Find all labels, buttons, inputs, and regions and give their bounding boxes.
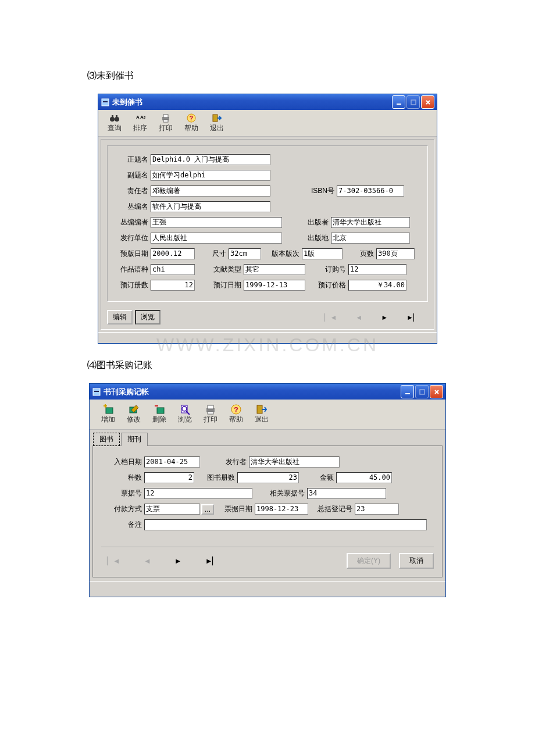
toolbar-sort[interactable]: AAa 排序 [127,112,153,134]
minimize-button[interactable] [401,385,414,398]
field-yudingriqi[interactable]: 1999-12-13 [244,280,305,291]
svg-rect-17 [213,115,217,122]
field-yudingces[interactable]: 12 [151,280,195,291]
toolbar-help[interactable]: ? 帮助 [179,112,204,134]
field-zongkuodj[interactable]: 23 [355,504,399,515]
window-caigou: 书刊采购记帐 增加 修改 删除 [89,383,446,597]
field-piaojurq[interactable]: 1998-12-23 [255,504,308,515]
close-button[interactable] [421,95,434,109]
toolbar-exit[interactable]: 退出 [249,403,274,426]
field-congbianbianzhe[interactable]: 王强 [151,217,282,228]
field-yudingjiage[interactable]: ￥34.00 [348,280,406,291]
field-dinggouhao[interactable]: 12 [348,264,406,275]
tab-tushu[interactable]: 图书 [93,433,120,446]
label-fukuanfs: 付款方式 [101,504,144,514]
field-chicun[interactable]: 32cm [229,248,261,259]
label-faxingdw: 发行单位 [116,233,151,243]
toolbar: 查询 AAa 排序 打印 ? 帮助 退出 [98,110,437,137]
label-yudingjiage: 预订价格 [305,280,348,290]
label-piaojuhao: 票据号 [101,488,144,498]
maximize-button [406,95,420,109]
nav-prev-icon: ◄ [138,555,157,566]
caption-3: ⑶未到催书 [87,70,535,82]
field-zuopinyuzhong[interactable]: chi [151,264,195,275]
label-chubanze: 出版者 [282,217,331,227]
toolbar-browse[interactable]: 浏览 [172,403,198,426]
statusbar [98,332,437,343]
field-chubanze[interactable]: 清华大学出版社 [331,217,410,228]
field-zhongshu[interactable]: 2 [144,472,194,483]
toolbar-print[interactable]: 打印 [198,403,223,426]
svg-rect-9 [116,115,117,118]
edit-button[interactable]: 编辑 [107,310,133,324]
field-rudang[interactable]: 2001-04-25 [144,457,200,468]
label-zhongshu: 种数 [101,473,144,483]
nav-last-icon[interactable]: ►▏ [397,313,428,322]
ok-button[interactable]: 确定(Y) [347,553,391,569]
field-yeshu[interactable]: 390页 [376,248,415,259]
label-zerenzhe: 责任者 [116,186,151,196]
toolbar-add-label: 增加 [101,415,115,425]
field-chubandi[interactable]: 北京 [331,233,410,244]
label-congbianming: 丛编名 [116,202,151,212]
field-isbn[interactable]: 7-302-03566-0 [337,186,404,197]
titlebar[interactable]: 书刊采购记帐 [90,384,445,400]
close-button[interactable] [430,385,443,398]
svg-rect-21 [420,390,425,394]
field-faxingzhe[interactable]: 清华大学出版社 [249,457,340,468]
titlebar[interactable]: 未到催书 [98,94,437,110]
cancel-button[interactable]: 取消 [399,553,434,569]
svg-rect-37 [257,405,262,413]
field-xiangguanpjh[interactable]: 34 [307,488,386,499]
field-tushuceshu[interactable]: 23 [237,472,299,483]
field-yubandate[interactable]: 2000.12 [151,248,195,259]
toolbar-delete[interactable]: 删除 [147,403,172,426]
label-faxingzhe: 发行者 [200,457,249,467]
nav-first-icon: ▏◄ [101,555,126,566]
printer-icon [159,113,173,123]
window-title: 未到催书 [112,97,391,108]
svg-rect-19 [94,391,99,392]
toolbar-browse-label: 浏览 [178,415,192,425]
toolbar-edit[interactable]: 修改 [121,403,147,426]
field-fukuanfs[interactable]: 支票 [144,504,200,515]
minimize-button[interactable] [392,95,405,109]
form-panel: 正题名 Delphi4.0 入门与提高 副题名 如何学习delphi 责任者 邓… [107,145,428,302]
nav-first-icon: ▏◄ [315,313,346,322]
field-zhenming[interactable]: Delphi4.0 入门与提高 [151,154,270,165]
toolbar-exit[interactable]: 退出 [204,112,230,134]
toolbar-help[interactable]: ? 帮助 [223,403,249,426]
toolbar-help-label: 帮助 [229,415,243,425]
field-beizhu[interactable] [144,519,427,530]
browse-button[interactable]: 浏览 [135,310,160,324]
toolbar: 增加 修改 删除 浏览 打印 ? [90,400,445,430]
field-faxingdw[interactable]: 人民出版社 [151,233,282,244]
field-congbianming[interactable]: 软件入门与提高 [151,201,270,212]
more-button[interactable]: ... [201,504,214,515]
label-tushuceshu: 图书册数 [194,473,237,483]
form-panel: 入档日期 2001-04-25 发行者 清华大学出版社 种数 2 图书册数 23… [92,445,443,577]
field-zerenzhe[interactable]: 邓毅编著 [151,186,270,197]
svg-rect-20 [405,393,410,394]
maximize-button [415,385,429,398]
svg-rect-1 [103,101,108,102]
field-futiming[interactable]: 如何学习delphi [151,170,270,181]
sort-icon: AAa [133,113,147,123]
field-piaojuhao[interactable]: 12 [144,488,252,499]
toolbar-print[interactable]: 打印 [153,112,179,134]
toolbar-print-label: 打印 [159,123,173,133]
toolbar-search[interactable]: 查询 [102,112,127,134]
exit-icon [210,113,224,123]
nav-next-icon[interactable]: ► [169,555,188,566]
exit-icon [255,404,269,415]
field-jine[interactable]: 45.00 [336,472,392,483]
label-dinggouhao: 订购号 [305,265,348,274]
nav-last-icon[interactable]: ►▏ [199,555,224,566]
label-chubandi: 出版地 [282,233,331,243]
tab-qikan[interactable]: 期刊 [121,433,148,446]
nav-next-icon[interactable]: ► [372,313,397,322]
field-banbenbanci[interactable]: 1版 [302,248,343,259]
field-wenxianleixing[interactable]: 其它 [244,264,305,275]
toolbar-add[interactable]: 增加 [95,403,121,426]
svg-text:?: ? [190,115,194,122]
